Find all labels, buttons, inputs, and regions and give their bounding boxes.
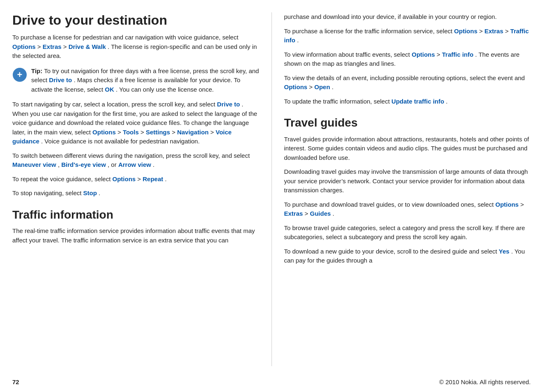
- tip-label: Tip:: [31, 67, 42, 74]
- link-options-6[interactable]: Options: [284, 83, 308, 90]
- link-options-2[interactable]: Options: [92, 129, 116, 136]
- link-update-traffic[interactable]: Update traffic info: [391, 98, 444, 105]
- link-maneuver-view[interactable]: Maneuver view: [12, 161, 56, 168]
- link-open[interactable]: Open: [314, 83, 330, 90]
- svg-text:+: +: [17, 69, 23, 80]
- link-guides[interactable]: Guides: [310, 210, 331, 217]
- section3-p1: Travel guides provide information about …: [284, 135, 531, 163]
- link-drive-to-2[interactable]: Drive to: [217, 101, 240, 108]
- right-p2: To purchase a license for the traffic in…: [284, 27, 531, 45]
- link-drive-to-1[interactable]: Drive to: [49, 76, 72, 83]
- right-p4: To view the details of an event, includi…: [284, 74, 531, 92]
- link-drive-walk[interactable]: Drive & Walk: [69, 43, 106, 50]
- right-p5: To update the traffic information, selec…: [284, 97, 531, 106]
- section2-p1: The real-time traffic information servic…: [12, 226, 259, 245]
- link-tools[interactable]: Tools: [123, 129, 139, 136]
- right-column: purchase and download into your device, …: [272, 12, 531, 366]
- link-options-5[interactable]: Options: [412, 51, 435, 58]
- link-extras-2[interactable]: Extras: [484, 28, 503, 35]
- section3-p3: To purchase and download travel guides, …: [284, 200, 531, 219]
- section3-p2: Downloading travel guides may involve th…: [284, 167, 531, 195]
- tip-content: Tip: To try out navigation for three day…: [31, 67, 259, 95]
- section3-p5: To download a new guide to your device, …: [284, 247, 531, 265]
- section1-p3: To switch between different views during…: [12, 151, 259, 170]
- link-ok[interactable]: OK: [105, 86, 114, 93]
- link-extras-3[interactable]: Extras: [284, 210, 303, 217]
- link-options-4[interactable]: Options: [454, 28, 478, 35]
- section1-title: Drive to your destination: [12, 12, 259, 28]
- section1-p2: To start navigating by car, select a loc…: [12, 100, 259, 146]
- footer: 72 © 2010 Nokia. All rights reserved.: [0, 374, 543, 392]
- left-column: Drive to your destination To purchase a …: [12, 12, 272, 366]
- section3-p4: To browse travel guide categories, selec…: [284, 224, 531, 242]
- link-arrow-view[interactable]: Arrow view: [118, 161, 151, 168]
- link-stop[interactable]: Stop: [83, 189, 97, 196]
- link-yes[interactable]: Yes: [499, 248, 509, 255]
- tip-box: + Tip: To try out navigation for three d…: [12, 67, 259, 95]
- link-traffic-info-2[interactable]: Traffic info: [442, 51, 474, 58]
- link-settings[interactable]: Settings: [146, 129, 170, 136]
- link-options-3[interactable]: Options: [113, 175, 136, 182]
- link-extras-1[interactable]: Extras: [43, 43, 62, 50]
- link-navigation[interactable]: Navigation: [177, 129, 209, 136]
- copyright: © 2010 Nokia. All rights reserved.: [439, 378, 531, 385]
- link-repeat[interactable]: Repeat: [143, 175, 163, 182]
- section3-title: Travel guides: [284, 116, 531, 130]
- link-birdseye-view[interactable]: Bird's-eye view: [61, 161, 106, 168]
- link-options-1[interactable]: Options: [12, 43, 36, 50]
- page-number: 72: [12, 378, 19, 385]
- section1-p5: To stop navigating, select Stop .: [12, 189, 259, 198]
- section1-p4: To repeat the voice guidance, select Opt…: [12, 175, 259, 184]
- section1-p1: To purchase a license for pedestrian and…: [12, 33, 259, 61]
- right-p3: To view information about traffic events…: [284, 50, 531, 69]
- link-options-7[interactable]: Options: [495, 201, 519, 208]
- section2-cont: purchase and download into your device, …: [284, 12, 531, 22]
- tip-icon: +: [12, 67, 27, 82]
- section2-title: Traffic information: [12, 208, 259, 222]
